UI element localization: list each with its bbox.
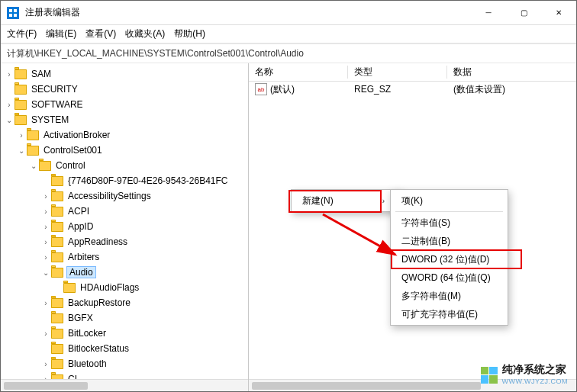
folder-icon [51,222,63,232]
minimize-button[interactable]: ─ [471,1,506,25]
menu-help[interactable]: 帮助(H) [174,27,205,40]
main-area: ›SAM ›SECURITY ›SOFTWARE ⌄SYSTEM ›Activa… [1,63,576,391]
svg-rect-1 [14,9,17,12]
ctx-multistring[interactable]: 多字符串值(M) [392,287,506,305]
scroll-thumb[interactable] [4,382,88,390]
ctx-new[interactable]: 新建(N)› [293,191,400,210]
string-value-icon: ab [255,83,267,95]
chevron-right-icon[interactable]: › [40,192,51,201]
ctx-expandstring[interactable]: 可扩充字符串值(E) [392,305,506,323]
tree-scrollbar-h[interactable] [1,379,248,391]
watermark: 纯净系统之家WWW.WJYZJ.COM [481,364,568,386]
folder-icon [51,207,63,217]
tree-item-bitlockerstatus[interactable]: ›BitlockerStatus [40,341,248,356]
chevron-right-icon[interactable]: › [40,238,51,246]
window-controls: ─ ▢ ✕ [471,1,576,25]
ctx-binary[interactable]: 二进制值(B) [392,232,506,250]
folder-icon [51,313,63,323]
app-icon [7,7,19,19]
folder-icon [51,191,63,201]
tree-item-bgfx[interactable]: ›BGFX [40,310,248,326]
address-bar[interactable]: 计算机\HKEY_LOCAL_MACHINE\SYSTEM\ControlSet… [1,43,576,63]
context-menu-new: 新建(N)› [291,189,402,212]
folder-icon [15,100,27,110]
col-data[interactable]: 数据 [447,66,576,79]
tree-item-arbiters[interactable]: ›Arbiters [40,249,248,265]
folder-icon [51,298,63,308]
folder-icon [51,237,63,247]
tree-item-security[interactable]: ›SECURITY [4,82,248,97]
tree-item-bluetooth[interactable]: ›Bluetooth [40,356,248,371]
folder-icon [51,176,63,186]
col-name[interactable]: 名称 [249,66,348,79]
close-button[interactable]: ✕ [541,1,576,25]
ctx-dword[interactable]: DWORD (32 位)值(D) [392,250,506,268]
tree-item-backuprestore[interactable]: ›BackupRestore [40,295,248,310]
folder-icon [27,146,39,156]
separator [395,211,503,212]
watermark-logo-icon [481,367,498,384]
menu-view[interactable]: 查看(V) [85,27,116,40]
value-row-default[interactable]: ab(默认) REG_SZ (数值未设置) [249,82,576,97]
tree-item-controlset001[interactable]: ⌄ControlSet001 [16,143,248,158]
titlebar: 注册表编辑器 ─ ▢ ✕ [1,1,576,25]
menubar: 文件(F) 编辑(E) 查看(V) 收藏夹(A) 帮助(H) [1,25,576,43]
chevron-right-icon[interactable]: › [40,223,51,231]
tree-item-system[interactable]: ⌄SYSTEM [4,112,248,127]
chevron-down-icon[interactable]: ⌄ [28,162,39,170]
chevron-right-icon[interactable]: › [40,360,51,368]
tree-item-activationbroker[interactable]: ›ActivationBroker [16,127,248,143]
chevron-right-icon[interactable]: › [4,70,15,79]
chevron-right-icon[interactable]: › [40,329,51,338]
ctx-string[interactable]: 字符串值(S) [392,214,506,232]
tree-item-appid[interactable]: ›AppID [40,219,248,234]
menu-favorites[interactable]: 收藏夹(A) [125,27,165,40]
ctx-key[interactable]: 项(K) [392,191,506,210]
folder-icon [39,161,51,171]
folder-icon [51,252,63,262]
chevron-down-icon[interactable]: ⌄ [40,268,51,277]
tree-item-appreadiness[interactable]: ›AppReadiness [40,234,248,249]
folder-icon [15,115,27,125]
menu-file[interactable]: 文件(F) [7,27,37,40]
ctx-qword[interactable]: QWORD (64 位)值(Q) [392,268,506,287]
tree-item-bitlocker[interactable]: ›BitLocker [40,326,248,341]
tree-item-accessibility[interactable]: ›AccessibilitySettings [40,188,248,204]
svg-rect-2 [9,14,12,17]
chevron-down-icon[interactable]: ⌄ [4,116,15,124]
folder-icon [15,85,27,95]
tree-item-audio[interactable]: ⌄Audio [40,265,248,280]
tree-item-acpi[interactable]: ›ACPI [40,204,248,219]
col-type[interactable]: 类型 [348,66,447,79]
chevron-right-icon[interactable]: › [16,131,27,140]
tree-item-control[interactable]: ⌄Control [28,158,248,173]
chevron-right-icon: › [382,197,385,205]
chevron-right-icon[interactable]: › [40,207,51,216]
folder-icon [15,69,27,79]
maximize-button[interactable]: ▢ [506,1,541,25]
folder-icon [51,344,63,354]
window-title: 注册表编辑器 [25,6,471,19]
values-pane[interactable]: 名称 类型 数据 ab(默认) REG_SZ (数值未设置) 新建(N)› 项(… [249,63,576,391]
folder-icon [51,268,63,278]
tree-item-software[interactable]: ›SOFTWARE [4,97,248,112]
context-submenu-new: 项(K) 字符串值(S) 二进制值(B) DWORD (32 位)值(D) QW… [390,189,508,326]
chevron-right-icon[interactable]: › [40,253,51,262]
folder-icon [51,359,63,369]
tree-item-guid[interactable]: ›{7746D80F-97E0-4E26-9543-26B41FC [40,173,248,188]
registry-tree: ›SAM ›SECURITY ›SOFTWARE ⌄SYSTEM ›Activa… [1,66,248,387]
folder-icon [27,130,39,140]
chevron-right-icon[interactable]: › [40,299,51,307]
tree-item-sam[interactable]: ›SAM [4,66,248,82]
folder-icon [63,283,76,293]
tree-pane[interactable]: ›SAM ›SECURITY ›SOFTWARE ⌄SYSTEM ›Activa… [1,63,249,391]
tree-item-hdaudioflags[interactable]: ›HDAudioFlags [53,280,248,295]
scroll-thumb[interactable] [252,382,481,390]
registry-editor-window: 注册表编辑器 ─ ▢ ✕ 文件(F) 编辑(E) 查看(V) 收藏夹(A) 帮助… [0,0,577,392]
svg-rect-0 [9,9,12,12]
chevron-down-icon[interactable]: ⌄ [16,146,27,155]
chevron-right-icon[interactable]: › [4,101,15,109]
menu-edit[interactable]: 编辑(E) [46,27,76,40]
svg-rect-3 [14,14,17,17]
values-header: 名称 类型 数据 [249,63,576,82]
